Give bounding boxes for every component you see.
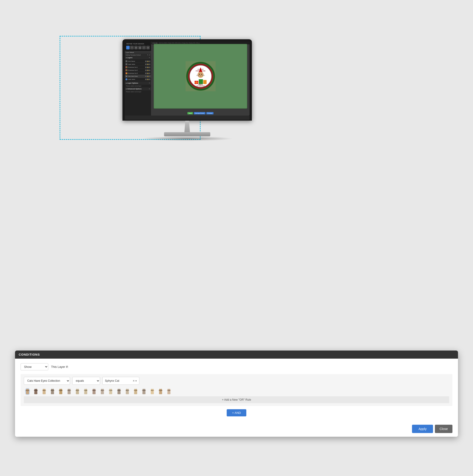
cat-icon-2[interactable]: [32, 388, 39, 395]
svg-rect-64: [59, 392, 62, 394]
close-button[interactable]: Close: [435, 425, 453, 433]
show-select[interactable]: Show Hide: [20, 363, 48, 370]
del-icon-5[interactable]: ✕: [149, 72, 151, 74]
preview-btn[interactable]: Preview: [206, 112, 214, 114]
eye-icon-7[interactable]: 👁: [145, 79, 147, 80]
layer-row-5[interactable]: 🐱 Christmas Cat 3 👁 🔒 ✕: [125, 72, 151, 75]
fonts-btn[interactable]: T: [130, 46, 134, 50]
eye-icon-cats[interactable]: 👁: [145, 76, 147, 77]
cat-icon-11[interactable]: [107, 388, 114, 395]
cat-icon-13[interactable]: [124, 388, 131, 395]
cat-icon-16[interactable]: [149, 388, 156, 395]
lock-icon[interactable]: 🔒: [147, 61, 149, 62]
svg-rect-42: [34, 392, 37, 394]
advanced-options-plus[interactable]: +: [149, 88, 150, 90]
operator-select[interactable]: equals not equals contains: [72, 377, 100, 385]
mini-template-bar: Layer Default: [125, 51, 151, 54]
del-icon[interactable]: ✕: [149, 61, 151, 62]
cat-icon-7[interactable]: [74, 388, 81, 395]
cat-icon-5[interactable]: [57, 388, 65, 395]
eye-icon-2[interactable]: 👁: [145, 64, 147, 65]
actions-btn[interactable]: ✦: [126, 46, 130, 50]
cat-icon-1[interactable]: [24, 388, 31, 395]
lock-icon-4[interactable]: 🔒: [147, 69, 149, 71]
svg-point-154: [167, 389, 171, 392]
lock-icon-3[interactable]: 🔒: [147, 67, 149, 68]
save-btn[interactable]: Save: [187, 112, 193, 114]
layer-options-plus[interactable]: +: [149, 82, 150, 84]
cat-icon-14[interactable]: [132, 388, 139, 395]
svg-point-141: [151, 390, 152, 391]
cat-icon-12[interactable]: [115, 388, 123, 395]
svg-point-71: [69, 390, 70, 391]
value-clear-btn[interactable]: ✕ ▾: [133, 379, 137, 382]
layer-row-cats-name[interactable]: T Cat's Name 👁 🔒 ✕: [125, 60, 151, 63]
svg-point-133: [142, 389, 146, 392]
cat-icon-15[interactable]: [140, 388, 148, 395]
svg-rect-157: [167, 392, 170, 394]
svg-rect-58: [51, 392, 54, 394]
del-icon-4[interactable]: ✕: [149, 69, 151, 71]
eye-icon-5[interactable]: 👁: [145, 72, 147, 74]
settings-btn[interactable]: ⚙: [146, 46, 150, 50]
apply-button[interactable]: Apply: [412, 425, 433, 433]
chart-btn[interactable]: ▤: [138, 46, 142, 50]
layer-icon-7: ◯: [125, 78, 127, 80]
svg-point-115: [119, 390, 120, 391]
cat-icon-6[interactable]: [65, 388, 73, 395]
canvas-artwork: I FOUND MY FOREVER HOME MIMI'S 1ST CHRIS…: [154, 44, 247, 109]
del-icon-cats[interactable]: ✕: [149, 76, 151, 77]
export-btn[interactable]: ↗: [142, 46, 146, 50]
svg-point-86: [86, 390, 87, 391]
layer-row-cats-have-eyes[interactable]: ✖ Cats Have Eyes 👁 🔒 ✕: [125, 75, 151, 78]
cat-icon-18[interactable]: [165, 388, 173, 395]
layer-select-hint: Please select some layer: [125, 85, 151, 87]
lock-icon-cats[interactable]: 🔒: [147, 76, 149, 77]
layer-row-4[interactable]: 🎄 Christmas Cat 2 👁 🔒 ✕: [125, 69, 151, 72]
svg-point-55: [51, 389, 54, 392]
value-text: Sphynx Cat: [105, 379, 131, 382]
svg-point-147: [160, 390, 160, 391]
editing-bar: Editing Template Default ✎ ↺: [125, 54, 151, 56]
svg-point-63: [61, 390, 62, 391]
layer-row-3[interactable]: 🎄 Christmas Cat 1 👁 🔒 ✕: [125, 66, 151, 69]
del-icon-2[interactable]: ✕: [149, 64, 151, 65]
eye-icon[interactable]: 👁: [145, 61, 147, 62]
layer-row-7[interactable]: ◯ Layer name 👁 🔒 ✕: [125, 78, 151, 81]
mini-toolbar: ✦ T ✿ ▤ ↗ ⚙: [126, 45, 150, 50]
svg-text:MIMI'S: MIMI'S: [198, 84, 203, 85]
refresh-icon: ↺: [149, 54, 150, 56]
cat-icon-3[interactable]: [40, 388, 48, 395]
cat-icon-9[interactable]: [90, 388, 98, 395]
svg-point-155: [168, 390, 169, 391]
lock-icon-7[interactable]: 🔒: [147, 79, 149, 80]
layer-name-7: Layer name: [128, 79, 145, 80]
add-or-rule-btn[interactable]: + Add a New "OR" Rule: [24, 396, 449, 403]
del-icon-7[interactable]: ✕: [149, 79, 151, 80]
del-icon-3[interactable]: ✕: [149, 67, 151, 68]
svg-rect-130: [134, 392, 137, 394]
clipart-btn[interactable]: ✿: [134, 46, 138, 50]
and-button[interactable]: + AND: [227, 409, 247, 416]
lock-icon-2[interactable]: 🔒: [147, 64, 149, 65]
svg-point-84: [84, 389, 87, 392]
layer-controls-3: 👁 🔒 ✕: [145, 67, 151, 68]
eye-icon-4[interactable]: 👁: [145, 69, 147, 71]
savings-btn[interactable]: Savings Points: [194, 112, 205, 114]
svg-rect-100: [101, 392, 104, 394]
lock-icon-5[interactable]: 🔒: [147, 72, 149, 74]
svg-point-13: [200, 66, 201, 68]
cat-icon-4[interactable]: [49, 388, 56, 395]
nav-dot-3: [156, 43, 157, 44]
collection-select[interactable]: Cats Have Eyes Collection: [24, 377, 70, 385]
layer-row-2[interactable]: ≡ Layer name 👁 🔒 ✕: [125, 63, 151, 66]
nav-dot-1: [152, 43, 154, 44]
cat-icon-8[interactable]: [82, 388, 89, 395]
layers-plus-icon[interactable]: +: [149, 57, 150, 59]
svg-point-69: [67, 389, 71, 392]
svg-point-104: [110, 390, 110, 391]
eye-icon-3[interactable]: 👁: [145, 67, 147, 68]
cat-icon-10[interactable]: [99, 388, 106, 395]
svg-text:1ST CHRISTMAS: 1ST CHRISTMAS: [196, 85, 205, 87]
cat-icon-17[interactable]: [157, 388, 164, 395]
